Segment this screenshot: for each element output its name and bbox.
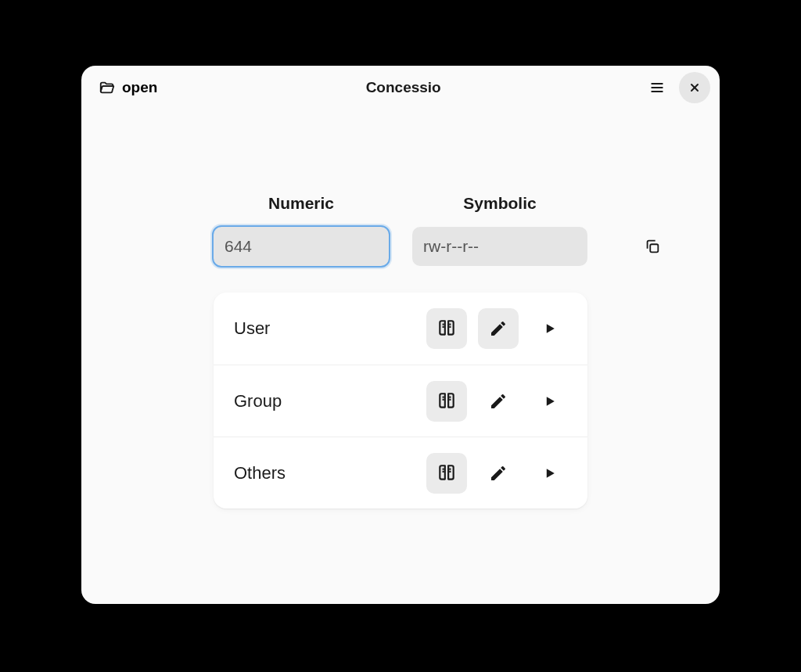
perm-row: User [214, 293, 587, 365]
close-icon [688, 81, 701, 94]
open-button-label: open [122, 79, 157, 96]
window-title: Concessio [171, 79, 635, 96]
read-toggle[interactable] [426, 453, 467, 494]
numeric-field: Numeric [214, 194, 389, 266]
numeric-input-wrap [214, 227, 389, 266]
numeric-label: Numeric [268, 194, 334, 213]
write-toggle[interactable] [478, 453, 519, 494]
execute-toggle[interactable] [530, 381, 570, 422]
numeric-input[interactable] [214, 237, 440, 256]
play-icon [542, 465, 558, 481]
svg-rect-6 [650, 244, 658, 252]
pencil-icon [489, 319, 508, 338]
pencil-icon [489, 392, 508, 411]
content-area: Numeric Symbolic [81, 110, 720, 604]
headerbar: open Concessio [81, 66, 720, 110]
read-toggle[interactable] [426, 381, 467, 422]
hamburger-icon [649, 80, 665, 95]
app-window: open Concessio [81, 66, 720, 604]
perm-label: Group [234, 391, 415, 411]
symbolic-label: Symbolic [463, 194, 536, 213]
read-toggle[interactable] [426, 308, 467, 349]
play-icon [542, 393, 558, 409]
copy-icon [644, 238, 661, 255]
symbolic-copy-button[interactable] [639, 231, 666, 262]
write-toggle[interactable] [478, 381, 519, 422]
menu-button[interactable] [641, 72, 673, 103]
perm-label: Others [234, 463, 415, 483]
fields-row: Numeric Symbolic [214, 194, 587, 266]
symbolic-input[interactable] [412, 237, 639, 256]
open-button[interactable]: open [91, 74, 165, 101]
book-icon [436, 318, 457, 339]
folder-open-icon [99, 79, 116, 96]
write-toggle[interactable] [478, 308, 519, 349]
perm-row: Others [214, 437, 587, 508]
pencil-icon [489, 464, 508, 483]
execute-toggle[interactable] [530, 453, 570, 494]
book-icon [436, 391, 457, 411]
book-icon [436, 463, 457, 483]
perm-label: User [234, 318, 415, 339]
close-button[interactable] [679, 72, 710, 103]
permissions-list: UserGroupOthers [214, 293, 587, 508]
execute-toggle[interactable] [530, 308, 570, 349]
symbolic-input-wrap [412, 227, 587, 266]
perm-row: Group [214, 365, 587, 437]
symbolic-field: Symbolic [412, 194, 587, 266]
play-icon [542, 321, 558, 336]
